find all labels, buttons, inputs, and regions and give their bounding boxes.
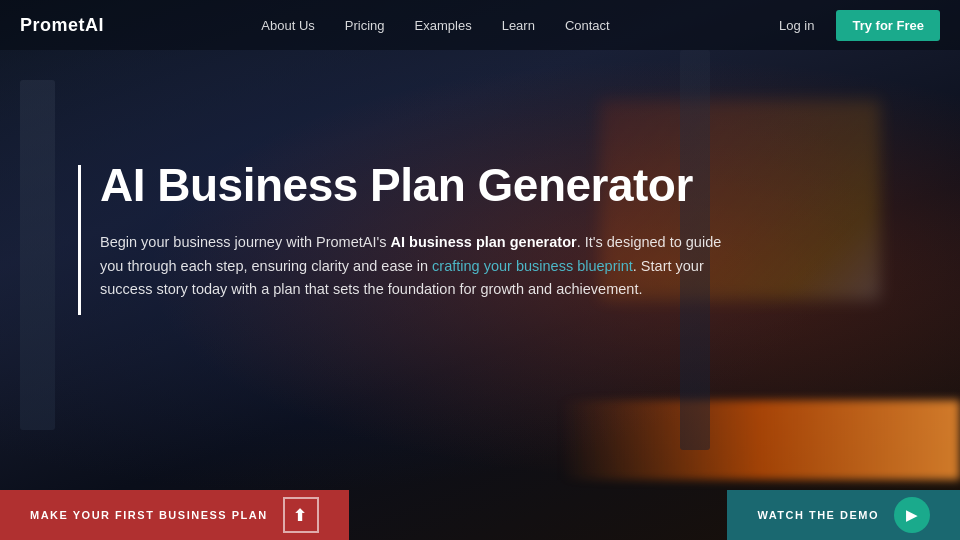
bottom-spacer xyxy=(349,490,728,540)
watch-demo-label: WATCH THE DEMO xyxy=(757,509,879,521)
hero-content: AI Business Plan Generator Begin your bu… xyxy=(100,160,740,302)
nav-actions: Log in Try for Free xyxy=(767,10,940,41)
nav-learn[interactable]: Learn xyxy=(502,18,535,33)
hero-title: AI Business Plan Generator xyxy=(100,160,740,211)
decorative-pillar-left xyxy=(20,80,55,430)
nav-links: About Us Pricing Examples Learn Contact xyxy=(261,18,609,33)
watch-demo-button[interactable]: WATCH THE DEMO ▶ xyxy=(727,490,960,540)
hero-description: Begin your business journey with PrometA… xyxy=(100,231,740,303)
nav-pricing[interactable]: Pricing xyxy=(345,18,385,33)
hero-desc-part1: Begin your business journey with PrometA… xyxy=(100,234,391,250)
make-plan-label: MAKE YOUR FIRST BUSINESS PLAN xyxy=(30,509,268,521)
play-icon: ▶ xyxy=(894,497,930,533)
login-button[interactable]: Log in xyxy=(767,12,826,39)
nav-about[interactable]: About Us xyxy=(261,18,314,33)
navbar: PrometAI About Us Pricing Examples Learn… xyxy=(0,0,960,50)
brand-logo: PrometAI xyxy=(20,15,104,36)
upload-icon: ⬆ xyxy=(283,497,319,533)
accent-line xyxy=(78,165,81,315)
nav-examples[interactable]: Examples xyxy=(415,18,472,33)
orange-streak-effect xyxy=(560,400,960,480)
try-free-button[interactable]: Try for Free xyxy=(836,10,940,41)
bottom-bar: MAKE YOUR FIRST BUSINESS PLAN ⬆ WATCH TH… xyxy=(0,490,960,540)
make-plan-button[interactable]: MAKE YOUR FIRST BUSINESS PLAN ⬆ xyxy=(0,490,349,540)
hero-desc-bold: AI business plan generator xyxy=(391,234,577,250)
hero-desc-link[interactable]: crafting your business blueprint xyxy=(432,258,633,274)
nav-contact[interactable]: Contact xyxy=(565,18,610,33)
